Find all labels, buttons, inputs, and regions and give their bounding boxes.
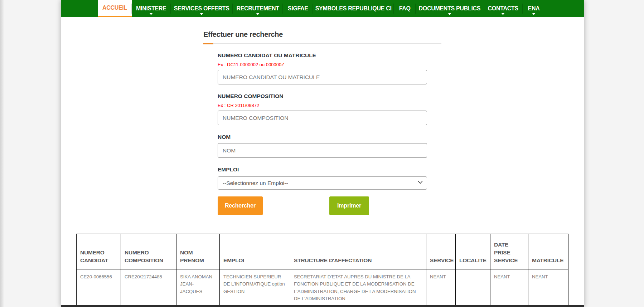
nav-item-label: MINISTERE [136,3,166,12]
chevron-down-icon [200,13,203,15]
emploi-select-wrap: --Selectionnez un Emploi-- [218,176,427,190]
table-cell: SIKA ANOMAN JEAN-JACQUES [176,269,220,307]
nav-item-faq[interactable]: FAQ [394,0,416,17]
emploi-select[interactable]: --Selectionnez un Emploi-- [218,176,427,190]
results-table-head: NUMERO CANDIDATNUMERO COMPOSITIONNOM PRE… [77,234,568,269]
header-row: NUMERO CANDIDATNUMERO COMPOSITIONNOM PRE… [77,234,568,269]
nav-item-label: SYMBOLES REPUBLIQUE CI [315,3,392,12]
field-nom: NOM [218,134,427,158]
nav-item-label: RECRUTEMENT [236,3,279,12]
search-form: NUMERO CANDIDAT OU MATRICULE Ex : DC11-0… [218,52,427,215]
column-header-localite: LOCALITE [456,234,490,269]
chevron-down-icon [448,13,451,15]
nav-item-services-offerts[interactable]: SERVICES OFFERTS [171,0,233,17]
numero-composition-label: NUMERO COMPOSITION [218,93,427,99]
numero-composition-example: Ex : CR 2011/09872 [218,103,427,108]
title-underline [203,43,441,44]
nav-item-label: SIGFAE [288,3,308,12]
main-nav: ACCUEILMINISTERESERVICES OFFERTSRECRUTEM… [61,0,584,17]
column-header-numero-composition: NUMERO COMPOSITION [121,234,176,269]
chevron-down-icon [149,13,153,15]
field-numero-composition: NUMERO COMPOSITION Ex : CR 2011/09872 [218,93,427,125]
nav-item-ministere[interactable]: MINISTERE [132,0,171,17]
nav-item-label: FAQ [399,3,411,12]
numero-candidat-input[interactable] [218,70,427,84]
table-cell: TECHNICIEN SUPERIEUR DE L'INFORMATIQUE o… [220,269,290,307]
nav-item-documents-publics[interactable]: DOCUMENTS PUBLICS [416,0,483,17]
chevron-down-icon [501,13,505,15]
nav-item-label: ACCUEIL [102,2,127,11]
numero-candidat-example: Ex : DC11-0000002 ou 000000Z [218,62,427,67]
rechercher-button[interactable]: Rechercher [218,196,263,215]
nav-item-recrutement[interactable]: RECRUTEMENT [233,0,283,17]
nom-label: NOM [218,134,427,140]
chevron-down-icon [532,13,536,15]
column-header-service: SERVICE [426,234,456,269]
imprimer-button[interactable]: Imprimer [329,196,369,215]
nav-item-sigfae[interactable]: SIGFAE [283,0,313,17]
table-cell: NEANT [426,269,456,307]
field-emploi: EMPLOI --Selectionnez un Emploi-- [218,166,427,190]
column-header-structure-d-affectation: STRUCTURE D'AFFECTATION [290,234,426,269]
numero-candidat-label: NUMERO CANDIDAT OU MATRICULE [218,52,427,59]
table-cell [456,269,490,307]
nav-item-accueil[interactable]: ACCUEIL [98,0,132,17]
numero-composition-input[interactable] [218,111,427,125]
emploi-label: EMPLOI [218,166,427,173]
nav-item-symboles-republique-ci[interactable]: SYMBOLES REPUBLIQUE CI [313,0,394,17]
page: ACCUEILMINISTERESERVICES OFFERTSRECRUTEM… [0,0,644,307]
column-header-numero-candidat: NUMERO CANDIDAT [77,234,121,269]
column-header-nom-prenom: NOM PRENOM [176,234,220,269]
content-container: ACCUEILMINISTERESERVICES OFFERTSRECRUTEM… [61,0,584,307]
table-cell: SECRETARIAT D'ETAT AUPRES DU MINISTRE DE… [290,269,426,307]
title-underline-accent [203,43,213,44]
results-table: NUMERO CANDIDATNUMERO COMPOSITIONNOM PRE… [76,234,568,307]
nav-item-label: SERVICES OFFERTS [174,3,229,12]
table-row: CE20-0066556CRE20/21724485SIKA ANOMAN JE… [77,269,568,307]
form-buttons-row: Rechercher Imprimer [218,196,427,215]
main-content: Effectuer une recherche NUMERO CANDIDAT … [61,30,584,307]
nav-item-label: CONTACTS [488,3,518,12]
nav-item-label: ENA [528,3,540,12]
table-cell: NEANT [490,269,528,307]
title-underline-line [203,43,441,44]
search-section-title: Effectuer une recherche [203,30,584,39]
column-header-date-prise-service: DATE PRISE SERVICE [490,234,528,269]
footer-strip [61,305,584,307]
nom-input[interactable] [218,143,427,158]
field-numero-candidat: NUMERO CANDIDAT OU MATRICULE Ex : DC11-0… [218,52,427,84]
column-header-matricule: MATRICULE [528,234,568,269]
table-cell: CE20-0066556 [77,269,121,307]
table-cell: NEANT [528,269,568,307]
chevron-down-icon [256,13,260,15]
nav-item-contacts[interactable]: CONTACTS [483,0,523,17]
table-cell: CRE20/21724485 [121,269,176,307]
nav-item-label: DOCUMENTS PUBLICS [418,3,480,12]
column-header-emploi: EMPLOI [220,234,290,269]
nav-item-ena[interactable]: ENA [523,0,545,17]
results-table-body: CE20-0066556CRE20/21724485SIKA ANOMAN JE… [77,269,568,307]
